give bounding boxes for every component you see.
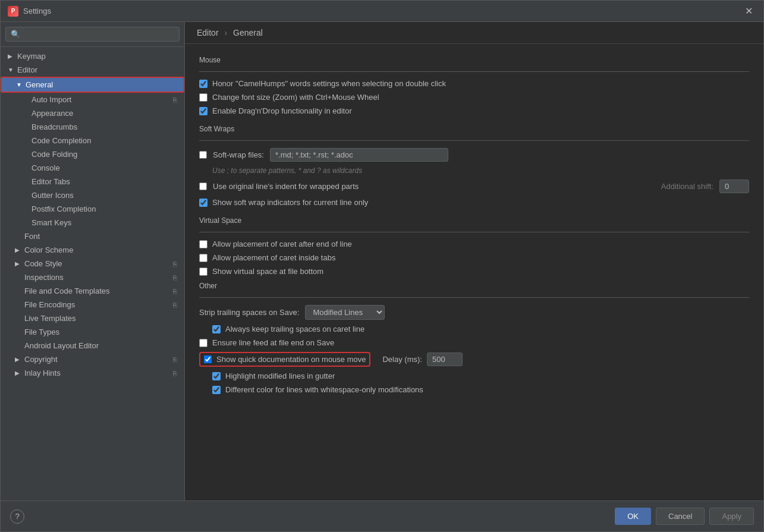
sidebar-item-general[interactable]: ▼ General (1, 77, 184, 93)
highlight-modified-label: Highlight modified lines in gutter (225, 372, 335, 380)
sidebar-item-inspections[interactable]: Inspections ⎘ (1, 270, 184, 284)
copy-icon-fct: ⎘ (173, 288, 177, 295)
strip-trailing-row: Strip trailing spaces on Save: Modified … (199, 305, 749, 320)
sidebar-label-file-code-templates: File and Code Templates (24, 287, 110, 295)
sidebar-label-font: Font (24, 232, 40, 241)
mouse-item-2: Change font size (Zoom) with Ctrl+Mouse … (199, 93, 749, 102)
quick-doc-checkbox[interactable] (204, 355, 212, 363)
always-keep-trailing-label: Always keep trailing spaces on caret lin… (225, 325, 364, 333)
virtual-item-2: Allow placement of caret inside tabs (199, 253, 749, 262)
sidebar-item-color-scheme[interactable]: ▶ Color Scheme (1, 243, 184, 257)
soft-wrap-indicators-checkbox[interactable] (199, 199, 207, 207)
sidebar-item-inlay-hints[interactable]: ▶ Inlay Hints ⎘ (1, 366, 184, 380)
sidebar-item-file-types[interactable]: File Types (1, 325, 184, 339)
soft-wrap-files-input[interactable] (270, 148, 448, 162)
sidebar-item-live-templates[interactable]: Live Templates (1, 311, 184, 325)
mouse-item-1: Honor "CamelHumps" words settings when s… (199, 79, 749, 88)
mouse-label-1: Honor "CamelHumps" words settings when s… (212, 79, 446, 88)
mouse-checkbox-2[interactable] (199, 93, 207, 102)
bottom-bar: ? OK Cancel Apply (1, 500, 763, 531)
sidebar-label-code-style: Code Style (24, 259, 62, 268)
delay-row: Delay (ms): (382, 352, 462, 366)
arrow-icon-color: ▶ (15, 247, 22, 253)
sidebar-label-live-templates: Live Templates (24, 314, 76, 323)
cancel-button[interactable]: Cancel (656, 508, 705, 525)
virtual-checkbox-2[interactable] (199, 254, 207, 262)
strip-trailing-select[interactable]: Modified Lines All None (305, 305, 385, 320)
section-other-title: Other (199, 282, 749, 290)
sidebar-item-code-completion[interactable]: Code Completion (1, 134, 184, 147)
mouse-checkbox-1[interactable] (199, 80, 207, 88)
search-input[interactable] (5, 27, 180, 42)
sidebar-label-editor: Editor (17, 65, 37, 74)
delay-input[interactable] (427, 352, 463, 366)
section-mouse-title: Mouse (199, 56, 749, 64)
copy-icon-ih: ⎘ (173, 370, 177, 377)
breadcrumb-sep: › (224, 28, 227, 37)
section-virtual-title: Virtual Space (199, 216, 749, 225)
mouse-label-2: Change font size (Zoom) with Ctrl+Mouse … (212, 93, 379, 102)
ok-button[interactable]: OK (615, 508, 651, 525)
mouse-item-3: Enable Drag'n'Drop functionality in edit… (199, 106, 749, 115)
virtual-checkbox-3[interactable] (199, 267, 207, 276)
diff-color-label: Different color for lines with whitespac… (225, 385, 423, 394)
sidebar-item-auto-import[interactable]: Auto Import ⎘ (1, 93, 184, 106)
sidebar-label-console: Console (32, 163, 60, 172)
sidebar-item-file-encodings[interactable]: File Encodings ⎘ (1, 298, 184, 311)
mouse-checkbox-3[interactable] (199, 107, 207, 115)
sidebar-item-android-layout-editor[interactable]: Android Layout Editor (1, 339, 184, 352)
indent-wrapped-row: Use original line's indent for wrapped p… (199, 180, 749, 193)
soft-wrap-files-label: Soft-wrap files: (213, 150, 264, 159)
sidebar-item-file-code-templates[interactable]: File and Code Templates ⎘ (1, 284, 184, 298)
sidebar-item-keymap[interactable]: ▶ Keymap (1, 49, 184, 63)
sidebar-item-code-folding[interactable]: Code Folding (1, 147, 184, 161)
additional-shift-input[interactable] (719, 180, 749, 193)
sidebar-item-console[interactable]: Console (1, 161, 184, 175)
virtual-item-1: Allow placement of caret after end of li… (199, 240, 749, 248)
sidebar-item-gutter-icons[interactable]: Gutter Icons (1, 188, 184, 202)
arrow-icon-inlay: ▶ (15, 370, 22, 376)
sidebar-label-code-completion: Code Completion (32, 136, 91, 145)
sidebar-item-code-style[interactable]: ▶ Code Style ⎘ (1, 257, 184, 270)
sidebar-label-inspections: Inspections (24, 273, 64, 282)
virtual-label-1: Allow placement of caret after end of li… (212, 240, 352, 248)
always-keep-trailing-checkbox[interactable] (212, 325, 221, 333)
highlight-modified-checkbox[interactable] (212, 372, 221, 380)
arrow-icon-general: ▼ (16, 81, 23, 88)
arrow-icon-code-style: ▶ (15, 260, 22, 267)
settings-dialog: P Settings ✕ ▶ Keymap ▼ Editor (0, 0, 764, 532)
virtual-label-2: Allow placement of caret inside tabs (212, 253, 335, 262)
quick-doc-row: Show quick documentation on mouse move (199, 352, 370, 367)
sidebar-item-editor-tabs[interactable]: Editor Tabs (1, 175, 184, 188)
ensure-line-feed-checkbox[interactable] (199, 339, 207, 347)
arrow-icon-copyright: ▶ (15, 356, 22, 363)
apply-button[interactable]: Apply (709, 508, 754, 525)
sidebar-label-postfix-completion: Postfix Completion (32, 204, 96, 213)
sidebar-item-appearance[interactable]: Appearance (1, 106, 184, 120)
soft-wrap-checkbox[interactable] (199, 151, 207, 159)
sidebar-label-code-folding: Code Folding (32, 150, 77, 159)
mouse-label-3: Enable Drag'n'Drop functionality in edit… (212, 106, 352, 115)
sidebar-item-smart-keys[interactable]: Smart Keys (1, 216, 184, 229)
sidebar: ▶ Keymap ▼ Editor ▼ General Auto Import … (1, 22, 185, 500)
sidebar-item-font[interactable]: Font (1, 229, 184, 243)
breadcrumb-part2: General (233, 28, 263, 37)
sidebar-label-smart-keys: Smart Keys (32, 218, 71, 227)
ensure-line-feed-label: Ensure line feed at file end on Save (212, 338, 334, 347)
diff-color-checkbox[interactable] (212, 386, 221, 394)
soft-wrap-indicators-label: Show soft wrap indicators for current li… (212, 198, 368, 207)
settings-tree: ▶ Keymap ▼ Editor ▼ General Auto Import … (1, 47, 184, 500)
sidebar-item-editor[interactable]: ▼ Editor (1, 63, 184, 77)
soft-wrap-hint: Use ; to separate patterns, * and ? as w… (199, 166, 749, 175)
sidebar-item-copyright[interactable]: ▶ Copyright ⎘ (1, 352, 184, 366)
close-button[interactable]: ✕ (741, 4, 756, 18)
arrow-icon: ▶ (8, 53, 15, 59)
sidebar-item-breadcrumbs[interactable]: Breadcrumbs (1, 120, 184, 134)
virtual-checkbox-1[interactable] (199, 240, 207, 248)
sidebar-label-android-layout-editor: Android Layout Editor (24, 341, 99, 350)
quick-doc-label: Show quick documentation on mouse move (216, 355, 366, 364)
sidebar-item-postfix-completion[interactable]: Postfix Completion (1, 202, 184, 216)
help-button[interactable]: ? (10, 509, 24, 524)
indent-wrapped-checkbox[interactable] (199, 182, 207, 190)
arrow-icon-editor: ▼ (8, 67, 15, 73)
